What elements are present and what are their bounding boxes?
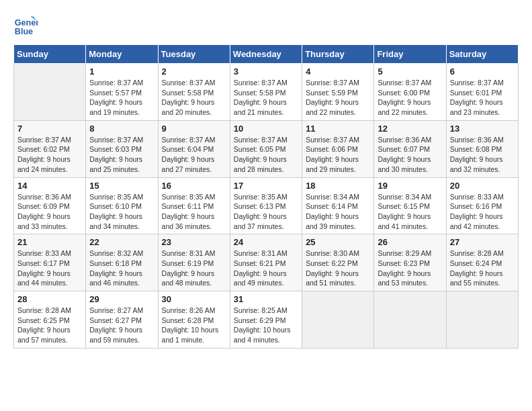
day-number: 23 — [162, 237, 226, 247]
day-detail: Sunrise: 8:37 AMSunset: 5:57 PMDaylight:… — [89, 78, 154, 118]
day-number: 14 — [17, 181, 82, 191]
day-number: 10 — [234, 124, 298, 134]
calendar-cell: 2Sunrise: 8:37 AMSunset: 5:58 PMDaylight… — [158, 64, 230, 121]
calendar-cell: 19Sunrise: 8:34 AMSunset: 6:15 PMDayligh… — [374, 177, 446, 234]
day-number: 6 — [450, 66, 515, 77]
header-row: SundayMondayTuesdayWednesdayThursdayFrid… — [14, 45, 519, 64]
day-header-thursday: Thursday — [302, 45, 374, 64]
calendar-cell — [446, 291, 518, 349]
calendar-cell — [14, 64, 86, 121]
calendar-cell: 8Sunrise: 8:37 AMSunset: 6:03 PMDaylight… — [86, 120, 158, 177]
day-detail: Sunrise: 8:29 AMSunset: 6:23 PMDaylight:… — [378, 248, 442, 288]
day-detail: Sunrise: 8:37 AMSunset: 5:58 PMDaylight:… — [162, 78, 226, 118]
day-number: 1 — [89, 66, 154, 77]
day-number: 7 — [17, 124, 82, 134]
day-number: 17 — [234, 181, 298, 191]
day-detail: Sunrise: 8:36 AMSunset: 6:07 PMDaylight:… — [378, 135, 442, 175]
day-number: 22 — [89, 237, 154, 247]
calendar-cell: 21Sunrise: 8:33 AMSunset: 6:17 PMDayligh… — [14, 234, 86, 291]
day-number: 24 — [234, 237, 298, 247]
day-number: 11 — [306, 124, 370, 134]
day-detail: Sunrise: 8:37 AMSunset: 6:04 PMDaylight:… — [162, 135, 226, 175]
day-detail: Sunrise: 8:37 AMSunset: 5:59 PMDaylight:… — [306, 78, 370, 118]
day-number: 13 — [450, 124, 515, 134]
logo-icon: General Blue — [13, 13, 38, 38]
day-header-monday: Monday — [86, 45, 158, 64]
calendar-cell: 27Sunrise: 8:28 AMSunset: 6:24 PMDayligh… — [446, 234, 518, 291]
logo: General Blue — [13, 13, 40, 38]
day-header-friday: Friday — [374, 45, 446, 64]
page-header: General Blue — [13, 13, 519, 38]
day-number: 15 — [89, 181, 154, 191]
day-number: 21 — [17, 237, 82, 247]
day-detail: Sunrise: 8:31 AMSunset: 6:21 PMDaylight:… — [234, 248, 298, 288]
calendar-cell: 17Sunrise: 8:35 AMSunset: 6:13 PMDayligh… — [230, 177, 302, 234]
day-detail: Sunrise: 8:37 AMSunset: 6:06 PMDaylight:… — [306, 135, 370, 175]
calendar-cell: 4Sunrise: 8:37 AMSunset: 5:59 PMDaylight… — [302, 64, 374, 121]
day-number: 3 — [234, 66, 298, 77]
calendar-cell: 16Sunrise: 8:35 AMSunset: 6:11 PMDayligh… — [158, 177, 230, 234]
calendar-cell: 13Sunrise: 8:36 AMSunset: 6:08 PMDayligh… — [446, 120, 518, 177]
day-number: 25 — [306, 237, 370, 247]
day-number: 19 — [378, 181, 442, 191]
calendar-cell: 26Sunrise: 8:29 AMSunset: 6:23 PMDayligh… — [374, 234, 446, 291]
day-number: 16 — [162, 181, 226, 191]
calendar-cell: 15Sunrise: 8:35 AMSunset: 6:10 PMDayligh… — [86, 177, 158, 234]
day-detail: Sunrise: 8:36 AMSunset: 6:09 PMDaylight:… — [17, 192, 82, 232]
calendar-cell: 9Sunrise: 8:37 AMSunset: 6:04 PMDaylight… — [158, 120, 230, 177]
calendar-cell — [374, 291, 446, 349]
day-detail: Sunrise: 8:37 AMSunset: 6:02 PMDaylight:… — [17, 135, 82, 175]
day-detail: Sunrise: 8:26 AMSunset: 6:28 PMDaylight:… — [162, 306, 226, 345]
day-detail: Sunrise: 8:34 AMSunset: 6:15 PMDaylight:… — [378, 192, 442, 232]
day-number: 5 — [378, 66, 442, 77]
day-detail: Sunrise: 8:36 AMSunset: 6:08 PMDaylight:… — [450, 135, 515, 175]
day-detail: Sunrise: 8:28 AMSunset: 6:24 PMDaylight:… — [450, 248, 515, 288]
calendar-cell: 10Sunrise: 8:37 AMSunset: 6:05 PMDayligh… — [230, 120, 302, 177]
day-detail: Sunrise: 8:31 AMSunset: 6:19 PMDaylight:… — [162, 248, 226, 288]
day-detail: Sunrise: 8:37 AMSunset: 6:01 PMDaylight:… — [450, 78, 515, 118]
day-number: 27 — [450, 237, 515, 247]
svg-text:Blue: Blue — [15, 27, 33, 36]
calendar-cell: 24Sunrise: 8:31 AMSunset: 6:21 PMDayligh… — [230, 234, 302, 291]
day-number: 26 — [378, 237, 442, 247]
day-detail: Sunrise: 8:33 AMSunset: 6:16 PMDaylight:… — [450, 192, 515, 232]
week-row-5: 28Sunrise: 8:28 AMSunset: 6:25 PMDayligh… — [14, 291, 519, 349]
day-detail: Sunrise: 8:27 AMSunset: 6:27 PMDaylight:… — [89, 306, 154, 345]
day-header-saturday: Saturday — [446, 45, 518, 64]
calendar-cell: 29Sunrise: 8:27 AMSunset: 6:27 PMDayligh… — [86, 291, 158, 349]
day-detail: Sunrise: 8:33 AMSunset: 6:17 PMDaylight:… — [17, 248, 82, 288]
day-header-sunday: Sunday — [14, 45, 86, 64]
day-detail: Sunrise: 8:34 AMSunset: 6:14 PMDaylight:… — [306, 192, 370, 232]
week-row-1: 1Sunrise: 8:37 AMSunset: 5:57 PMDaylight… — [14, 64, 519, 121]
calendar-cell: 14Sunrise: 8:36 AMSunset: 6:09 PMDayligh… — [14, 177, 86, 234]
day-number: 20 — [450, 181, 515, 191]
calendar-cell: 28Sunrise: 8:28 AMSunset: 6:25 PMDayligh… — [14, 291, 86, 349]
day-number: 31 — [234, 294, 298, 304]
calendar-cell: 22Sunrise: 8:32 AMSunset: 6:18 PMDayligh… — [86, 234, 158, 291]
day-detail: Sunrise: 8:37 AMSunset: 6:05 PMDaylight:… — [234, 135, 298, 175]
day-header-tuesday: Tuesday — [158, 45, 230, 64]
day-detail: Sunrise: 8:28 AMSunset: 6:25 PMDaylight:… — [17, 306, 82, 345]
calendar-cell: 6Sunrise: 8:37 AMSunset: 6:01 PMDaylight… — [446, 64, 518, 121]
day-number: 4 — [306, 66, 370, 77]
day-header-wednesday: Wednesday — [230, 45, 302, 64]
calendar-cell: 18Sunrise: 8:34 AMSunset: 6:14 PMDayligh… — [302, 177, 374, 234]
day-number: 2 — [162, 66, 226, 77]
calendar-cell: 20Sunrise: 8:33 AMSunset: 6:16 PMDayligh… — [446, 177, 518, 234]
day-number: 8 — [89, 124, 154, 134]
calendar-cell: 31Sunrise: 8:25 AMSunset: 6:29 PMDayligh… — [230, 291, 302, 349]
day-number: 28 — [17, 294, 82, 304]
calendar-cell — [302, 291, 374, 349]
calendar-cell: 30Sunrise: 8:26 AMSunset: 6:28 PMDayligh… — [158, 291, 230, 349]
calendar-cell: 5Sunrise: 8:37 AMSunset: 6:00 PMDaylight… — [374, 64, 446, 121]
calendar-cell: 23Sunrise: 8:31 AMSunset: 6:19 PMDayligh… — [158, 234, 230, 291]
week-row-2: 7Sunrise: 8:37 AMSunset: 6:02 PMDaylight… — [14, 120, 519, 177]
calendar-cell: 11Sunrise: 8:37 AMSunset: 6:06 PMDayligh… — [302, 120, 374, 177]
day-number: 29 — [89, 294, 154, 304]
day-detail: Sunrise: 8:35 AMSunset: 6:10 PMDaylight:… — [89, 192, 154, 232]
day-number: 12 — [378, 124, 442, 134]
day-detail: Sunrise: 8:37 AMSunset: 6:03 PMDaylight:… — [89, 135, 154, 175]
day-detail: Sunrise: 8:35 AMSunset: 6:13 PMDaylight:… — [234, 192, 298, 232]
day-number: 30 — [162, 294, 226, 304]
week-row-4: 21Sunrise: 8:33 AMSunset: 6:17 PMDayligh… — [14, 234, 519, 291]
